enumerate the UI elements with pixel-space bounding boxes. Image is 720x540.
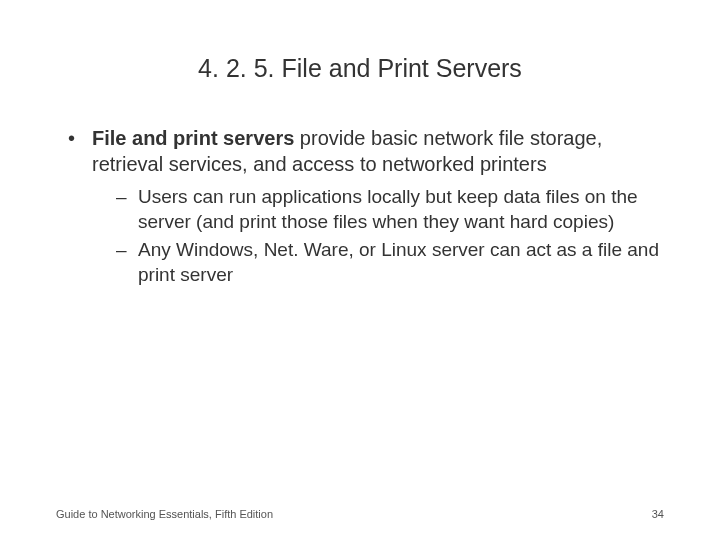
sub-bullet-list: Users can run applications locally but k… [92, 185, 664, 288]
bullet-bold: File and print servers [92, 127, 294, 149]
footer-source: Guide to Networking Essentials, Fifth Ed… [56, 508, 273, 520]
page-number: 34 [652, 508, 664, 520]
bullet-item: File and print servers provide basic net… [66, 125, 664, 288]
bullet-list: File and print servers provide basic net… [56, 125, 664, 288]
sub-bullet-item: Users can run applications locally but k… [116, 185, 664, 234]
sub-bullet-item: Any Windows, Net. Ware, or Linux server … [116, 238, 664, 287]
slide-title: 4. 2. 5. File and Print Servers [56, 54, 664, 83]
slide-footer: Guide to Networking Essentials, Fifth Ed… [56, 508, 664, 520]
slide: 4. 2. 5. File and Print Servers File and… [0, 0, 720, 540]
slide-content: File and print servers provide basic net… [56, 125, 664, 288]
